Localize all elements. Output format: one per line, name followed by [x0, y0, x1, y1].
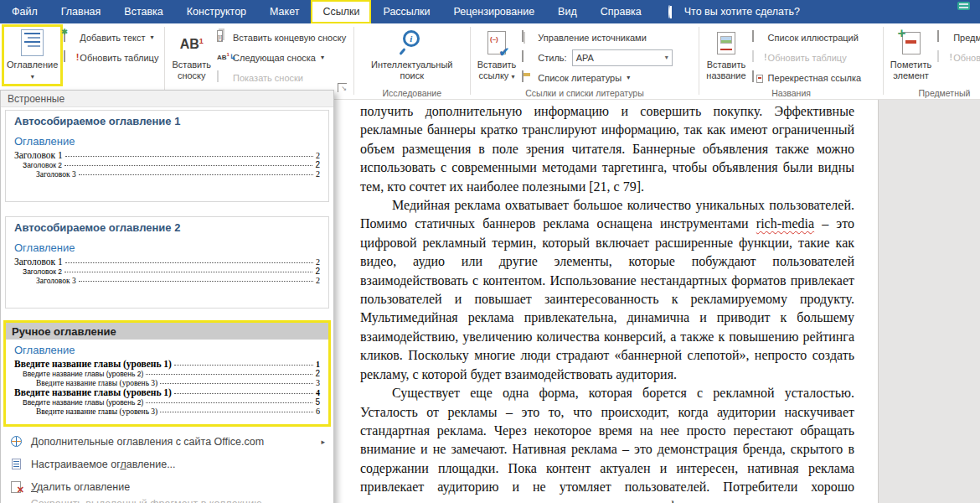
insert-endnote-label: Вставить концевую сноску [233, 33, 346, 43]
update-toc-button[interactable]: ! Обновить таблицу [61, 49, 161, 66]
add-text-label: Добавить текст [80, 33, 145, 43]
document-area: получить дополнительную информацию и сов… [334, 100, 980, 503]
update-index-button: ! Обнов [935, 49, 980, 66]
toc-preview-title: Оглавление [14, 135, 320, 148]
update-figures-label: Обновить таблицу [768, 53, 847, 63]
toc-button-label: Оглавление [7, 60, 58, 70]
show-notes-icon [217, 71, 230, 85]
insert-citation-label-2: ссылку [479, 70, 509, 80]
insert-citation-icon: (–)✔ [487, 31, 506, 54]
table-of-figures-icon [752, 31, 765, 44]
tab-insert[interactable]: Вставка [112, 0, 174, 23]
smart-lookup-label-2: поиск [400, 70, 424, 81]
tab-layout[interactable]: Макет [258, 0, 311, 23]
table-of-contents-icon [21, 29, 44, 56]
manage-sources-button[interactable]: Управление источниками [519, 29, 674, 46]
bibliography-icon [522, 71, 534, 85]
tab-mailings[interactable]: Рассылки [371, 0, 441, 23]
style-label: Стиль: [538, 53, 566, 63]
insert-index-label: Предм [953, 33, 980, 43]
update-table-icon: ! [752, 51, 765, 65]
tab-file[interactable]: Файл [0, 0, 49, 23]
cross-reference-button[interactable]: Перекрестная ссылка [750, 69, 864, 86]
tab-help[interactable]: Справка [589, 0, 653, 23]
captions-group-label: Названия [699, 88, 883, 98]
mark-entry-button[interactable]: + Пометить элемент [887, 26, 935, 84]
word-window: Файл Главная Вставка Конструктор Макет С… [0, 0, 980, 503]
insert-footnote-label-1: Вставить [172, 60, 211, 70]
bibliography-button[interactable]: Список литературы ▾ [519, 69, 674, 86]
ribbon-tab-bar: Файл Главная Вставка Конструктор Макет С… [0, 0, 980, 23]
insert-index-button[interactable]: Предм [935, 29, 980, 46]
gallery-item-label: Автособираемое оглавление 2 [14, 221, 320, 234]
menu-item-custom-toc[interactable]: Настраиваемое оглавление... [1, 453, 333, 475]
paragraph: Медийная реклама охватывает большое коли… [360, 196, 854, 384]
builtin-section-header: Встроенные [1, 91, 333, 107]
insert-endnote-button[interactable]: [i] Вставить концевую сноску [214, 29, 348, 46]
smart-lookup-icon: i [400, 30, 425, 55]
gallery-item-label: Автособираемое оглавление 1 [14, 115, 320, 127]
update-figures-button: ! Обновить таблицу [750, 49, 864, 66]
index-icon [937, 31, 950, 44]
gallery-item-manual-toc[interactable]: Ручное оглавление Оглавление Введите наз… [3, 320, 331, 427]
footnotes-dialog-launcher[interactable]: ↘ [338, 83, 347, 92]
insert-citation-button[interactable]: (–)✔ Вставить ссылку ▾ [474, 26, 520, 85]
footnotes-group: AB1 Вставить сноску [i] Вставить концеву… [165, 23, 353, 99]
add-text-button[interactable]: ✱ Добавить текст ▾ [61, 29, 161, 46]
insert-endnote-icon: [i] [217, 31, 230, 44]
index-group-label: Предметный [884, 88, 980, 98]
paragraph: получить дополнительную информацию и сов… [360, 102, 854, 196]
menu-item-save-selection-to-gallery: Сохранить выделенный фрагмент в коллекци… [1, 498, 333, 503]
menu-item-remove-toc[interactable]: ✕ Удалить оглавление [1, 475, 333, 498]
toc-preview-title: Оглавление [14, 241, 320, 254]
mark-entry-label-2: элемент [893, 70, 929, 81]
table-of-contents-button[interactable]: Оглавление ▾ [3, 26, 61, 85]
gallery-item-auto-toc-1[interactable]: Автособираемое оглавление 1 Оглавление З… [5, 110, 329, 202]
document-page[interactable]: получить дополнительную информацию и сов… [334, 100, 879, 503]
style-icon [522, 51, 534, 65]
tab-review[interactable]: Рецензирование [442, 0, 547, 23]
paragraph-text: – это цифровой рекламный термин, который… [360, 216, 854, 381]
next-footnote-button[interactable]: AB1↳ Следующая сноска ▾ [214, 49, 348, 66]
index-group: + Пометить элемент Предм ! Обнов Предмет… [884, 23, 980, 99]
show-notes-button: Показать сноски [214, 69, 348, 86]
tell-me-box[interactable]: Что вы хотите сделать? [668, 0, 800, 23]
research-group: i Интеллектуальный поиск Исследование [354, 23, 470, 99]
globe-icon [9, 436, 23, 447]
chevron-down-icon: ▾ [31, 71, 34, 82]
captions-group: Вставить название Список иллюстраций ! О… [699, 23, 883, 99]
next-footnote-label: Следующая сноска [233, 53, 316, 63]
menu-item-more-toc-office-com[interactable]: Дополнительные оглавления с сайта Office… [1, 430, 333, 453]
table-of-figures-label: Список иллюстраций [768, 33, 859, 43]
delete-toc-icon: ✕ [9, 481, 23, 493]
update-table-icon: ! [937, 51, 950, 65]
style-combo-row: Стиль: APA ▾ [519, 49, 674, 66]
cross-reference-label: Перекрестная ссылка [768, 73, 862, 83]
insert-caption-label-2: название [706, 70, 745, 81]
tab-references[interactable]: Ссылки [311, 0, 371, 23]
chevron-down-icon: ▾ [151, 34, 154, 41]
cross-reference-icon [752, 71, 765, 85]
manage-sources-icon [522, 31, 534, 44]
chevron-down-icon: ▾ [627, 74, 630, 81]
toc-group: Оглавление ▾ ✱ Добавить текст ▾ ! Обнови… [0, 23, 164, 99]
tab-home[interactable]: Главная [49, 0, 113, 23]
show-notes-label: Показать сноски [233, 73, 303, 83]
insert-caption-button[interactable]: Вставить название [703, 26, 749, 84]
citations-group-label: Ссылки и списки литературы [471, 88, 699, 98]
style-combobox[interactable]: APA ▾ [572, 49, 673, 66]
insert-footnote-button[interactable]: AB1 Вставить сноску [168, 26, 214, 84]
chevron-down-icon: ▾ [321, 54, 324, 61]
corner-icon-fragment [957, 2, 970, 10]
update-table-icon: ! [64, 51, 76, 65]
insert-caption-label-1: Вставить [707, 60, 746, 70]
smart-lookup-button[interactable]: i Интеллектуальный поиск [358, 26, 467, 84]
tab-view[interactable]: Вид [546, 0, 589, 23]
tab-design[interactable]: Конструктор [175, 0, 258, 23]
style-value: APA [576, 53, 665, 63]
footnote-ab-icon: AB1 [180, 36, 204, 49]
gallery-item-auto-toc-2[interactable]: Автособираемое оглавление 2 Оглавление З… [5, 216, 329, 309]
chevron-down-icon: ▾ [665, 54, 668, 61]
table-of-figures-button[interactable]: Список иллюстраций [750, 29, 864, 46]
update-toc-label: Обновить таблицу [80, 53, 158, 63]
